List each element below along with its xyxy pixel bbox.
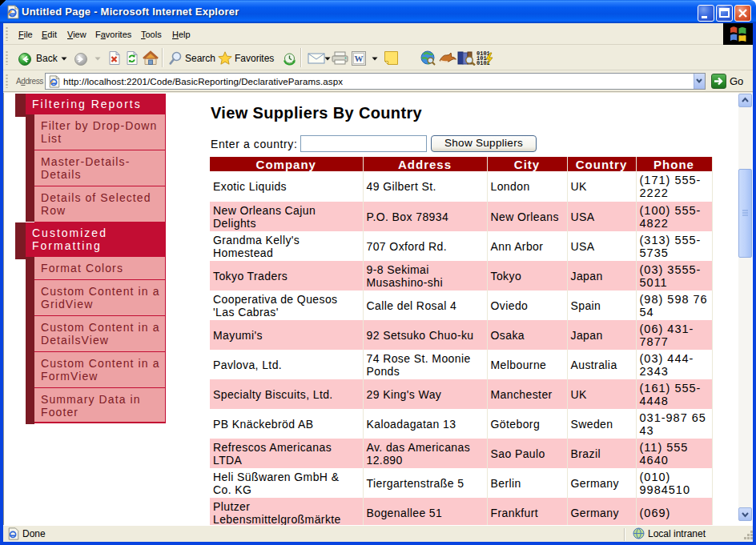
svg-text:W: W xyxy=(355,54,364,63)
